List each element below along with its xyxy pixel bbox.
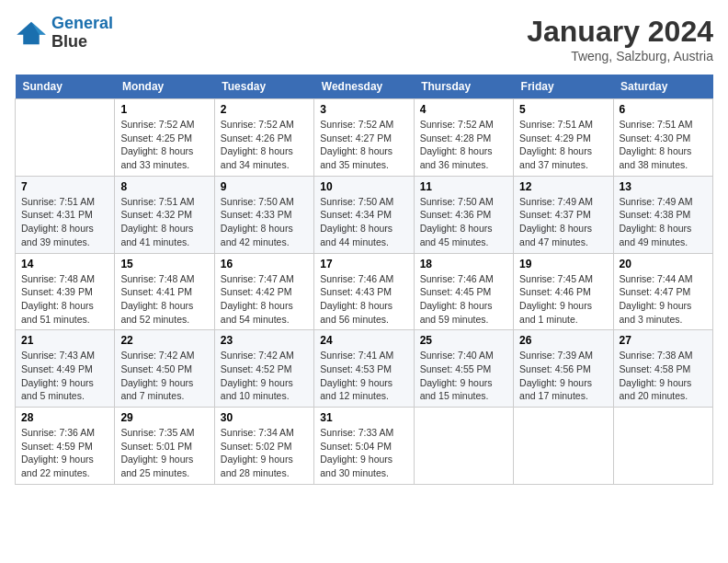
day-info: Sunrise: 7:48 AM Sunset: 4:39 PM Dayligh… bbox=[21, 272, 108, 327]
calendar-week-row: 21 Sunrise: 7:43 AM Sunset: 4:49 PM Dayl… bbox=[16, 330, 713, 408]
sunset-time: Sunset: 4:28 PM bbox=[420, 132, 492, 144]
calendar-cell: 13 Sunrise: 7:49 AM Sunset: 4:38 PM Dayl… bbox=[613, 176, 712, 253]
day-info: Sunrise: 7:34 AM Sunset: 5:02 PM Dayligh… bbox=[221, 426, 308, 480]
daylight-hours: Daylight: 8 hours and 38 minutes. bbox=[620, 145, 692, 170]
day-info: Sunrise: 7:39 AM Sunset: 4:56 PM Dayligh… bbox=[519, 349, 607, 403]
sunrise-time: Sunrise: 7:51 AM bbox=[519, 119, 593, 130]
sunrise-time: Sunrise: 7:33 AM bbox=[320, 427, 393, 438]
calendar-cell: 25 Sunrise: 7:40 AM Sunset: 4:55 PM Dayl… bbox=[414, 330, 513, 408]
calendar-cell: 29 Sunrise: 7:35 AM Sunset: 5:01 PM Dayl… bbox=[115, 408, 214, 485]
daylight-hours: Daylight: 9 hours and 25 minutes. bbox=[120, 454, 193, 478]
day-info: Sunrise: 7:46 AM Sunset: 4:43 PM Dayligh… bbox=[320, 272, 407, 327]
day-info: Sunrise: 7:40 AM Sunset: 4:55 PM Dayligh… bbox=[420, 349, 507, 403]
day-number: 7 bbox=[21, 180, 108, 193]
calendar-cell bbox=[613, 408, 712, 485]
weekday-header-sunday: Sunday bbox=[16, 75, 115, 99]
sunset-time: Sunset: 4:26 PM bbox=[221, 132, 292, 144]
sunset-time: Sunset: 4:59 PM bbox=[21, 441, 93, 452]
sunset-time: Sunset: 4:53 PM bbox=[320, 363, 392, 374]
sunrise-time: Sunrise: 7:51 AM bbox=[21, 196, 95, 207]
sunrise-time: Sunrise: 7:49 AM bbox=[620, 196, 693, 207]
sunrise-time: Sunrise: 7:35 AM bbox=[120, 427, 194, 438]
daylight-hours: Daylight: 8 hours and 33 minutes. bbox=[120, 145, 193, 170]
sunrise-time: Sunrise: 7:48 AM bbox=[21, 273, 95, 284]
day-number: 15 bbox=[120, 258, 208, 270]
sunrise-time: Sunrise: 7:39 AM bbox=[519, 350, 593, 361]
calendar-cell: 19 Sunrise: 7:45 AM Sunset: 4:46 PM Dayl… bbox=[514, 253, 613, 330]
day-number: 28 bbox=[21, 411, 108, 424]
sunrise-time: Sunrise: 7:46 AM bbox=[420, 273, 494, 284]
sunset-time: Sunset: 4:29 PM bbox=[519, 132, 591, 144]
day-info: Sunrise: 7:49 AM Sunset: 4:37 PM Dayligh… bbox=[519, 195, 607, 249]
daylight-hours: Daylight: 9 hours and 30 minutes. bbox=[320, 454, 392, 478]
day-info: Sunrise: 7:51 AM Sunset: 4:31 PM Dayligh… bbox=[21, 195, 108, 249]
sunset-time: Sunset: 5:01 PM bbox=[120, 441, 192, 452]
sunrise-time: Sunrise: 7:38 AM bbox=[620, 350, 693, 361]
daylight-hours: Daylight: 8 hours and 56 minutes. bbox=[320, 300, 392, 325]
weekday-header-thursday: Thursday bbox=[414, 75, 513, 99]
day-number: 20 bbox=[620, 258, 707, 270]
sunset-time: Sunset: 4:31 PM bbox=[21, 209, 93, 220]
calendar-cell: 3 Sunrise: 7:52 AM Sunset: 4:27 PM Dayli… bbox=[314, 99, 414, 177]
sunset-time: Sunset: 4:43 PM bbox=[320, 286, 392, 297]
logo-text: General Blue bbox=[51, 15, 113, 52]
sunset-time: Sunset: 4:58 PM bbox=[620, 363, 691, 374]
weekday-header-row: SundayMondayTuesdayWednesdayThursdayFrid… bbox=[16, 75, 713, 99]
sunset-time: Sunset: 4:30 PM bbox=[620, 132, 691, 144]
sunrise-time: Sunrise: 7:48 AM bbox=[120, 273, 194, 284]
calendar-cell: 17 Sunrise: 7:46 AM Sunset: 4:43 PM Dayl… bbox=[314, 253, 414, 330]
day-info: Sunrise: 7:50 AM Sunset: 4:36 PM Dayligh… bbox=[420, 195, 507, 249]
calendar-cell: 31 Sunrise: 7:33 AM Sunset: 5:04 PM Dayl… bbox=[314, 408, 414, 485]
day-number: 21 bbox=[21, 334, 108, 347]
day-info: Sunrise: 7:38 AM Sunset: 4:58 PM Dayligh… bbox=[620, 349, 707, 403]
calendar-cell: 6 Sunrise: 7:51 AM Sunset: 4:30 PM Dayli… bbox=[613, 99, 712, 177]
sunrise-time: Sunrise: 7:52 AM bbox=[120, 119, 194, 130]
calendar-week-row: 1 Sunrise: 7:52 AM Sunset: 4:25 PM Dayli… bbox=[16, 99, 713, 177]
sunset-time: Sunset: 4:55 PM bbox=[420, 363, 492, 374]
daylight-hours: Daylight: 8 hours and 34 minutes. bbox=[221, 145, 293, 170]
calendar-cell: 2 Sunrise: 7:52 AM Sunset: 4:26 PM Dayli… bbox=[214, 99, 313, 177]
calendar-cell: 21 Sunrise: 7:43 AM Sunset: 4:49 PM Dayl… bbox=[16, 330, 115, 408]
sunrise-time: Sunrise: 7:52 AM bbox=[320, 119, 393, 130]
month-title: January 2024 bbox=[527, 15, 713, 49]
sunrise-time: Sunrise: 7:52 AM bbox=[221, 119, 294, 130]
day-info: Sunrise: 7:52 AM Sunset: 4:27 PM Dayligh… bbox=[320, 118, 407, 172]
sunset-time: Sunset: 4:52 PM bbox=[221, 363, 292, 374]
day-number: 27 bbox=[620, 334, 707, 347]
daylight-hours: Daylight: 8 hours and 42 minutes. bbox=[221, 223, 293, 247]
day-number: 10 bbox=[320, 180, 407, 193]
sunrise-time: Sunrise: 7:51 AM bbox=[620, 119, 693, 130]
day-info: Sunrise: 7:50 AM Sunset: 4:34 PM Dayligh… bbox=[320, 195, 407, 249]
sunset-time: Sunset: 4:42 PM bbox=[221, 286, 292, 297]
sunset-time: Sunset: 4:50 PM bbox=[120, 363, 192, 374]
weekday-header-tuesday: Tuesday bbox=[214, 75, 313, 99]
daylight-hours: Daylight: 9 hours and 22 minutes. bbox=[21, 454, 94, 478]
day-info: Sunrise: 7:52 AM Sunset: 4:28 PM Dayligh… bbox=[420, 118, 507, 172]
weekday-header-saturday: Saturday bbox=[613, 75, 712, 99]
sunrise-time: Sunrise: 7:49 AM bbox=[519, 196, 593, 207]
day-number: 16 bbox=[221, 258, 308, 270]
calendar-cell bbox=[514, 408, 613, 485]
day-number: 11 bbox=[420, 180, 507, 193]
daylight-hours: Daylight: 8 hours and 36 minutes. bbox=[420, 145, 493, 170]
sunset-time: Sunset: 4:39 PM bbox=[21, 286, 93, 297]
day-info: Sunrise: 7:49 AM Sunset: 4:38 PM Dayligh… bbox=[620, 195, 707, 249]
day-info: Sunrise: 7:50 AM Sunset: 4:33 PM Dayligh… bbox=[221, 195, 308, 249]
sunset-time: Sunset: 4:47 PM bbox=[620, 286, 691, 297]
day-number: 29 bbox=[120, 411, 208, 424]
sunrise-time: Sunrise: 7:52 AM bbox=[420, 119, 494, 130]
day-number: 24 bbox=[320, 334, 407, 347]
calendar-cell: 23 Sunrise: 7:42 AM Sunset: 4:52 PM Dayl… bbox=[214, 330, 313, 408]
day-info: Sunrise: 7:44 AM Sunset: 4:47 PM Dayligh… bbox=[620, 272, 707, 327]
sunset-time: Sunset: 4:34 PM bbox=[320, 209, 392, 220]
sunset-time: Sunset: 4:49 PM bbox=[21, 363, 93, 374]
calendar-week-row: 28 Sunrise: 7:36 AM Sunset: 4:59 PM Dayl… bbox=[16, 408, 713, 485]
day-number: 14 bbox=[21, 258, 108, 270]
calendar-cell: 22 Sunrise: 7:42 AM Sunset: 4:50 PM Dayl… bbox=[115, 330, 214, 408]
daylight-hours: Daylight: 8 hours and 41 minutes. bbox=[120, 223, 193, 247]
day-number: 8 bbox=[120, 180, 208, 193]
sunrise-time: Sunrise: 7:45 AM bbox=[519, 273, 593, 284]
daylight-hours: Daylight: 8 hours and 44 minutes. bbox=[320, 223, 392, 247]
sunrise-time: Sunrise: 7:34 AM bbox=[221, 427, 294, 438]
sunrise-time: Sunrise: 7:50 AM bbox=[320, 196, 393, 207]
